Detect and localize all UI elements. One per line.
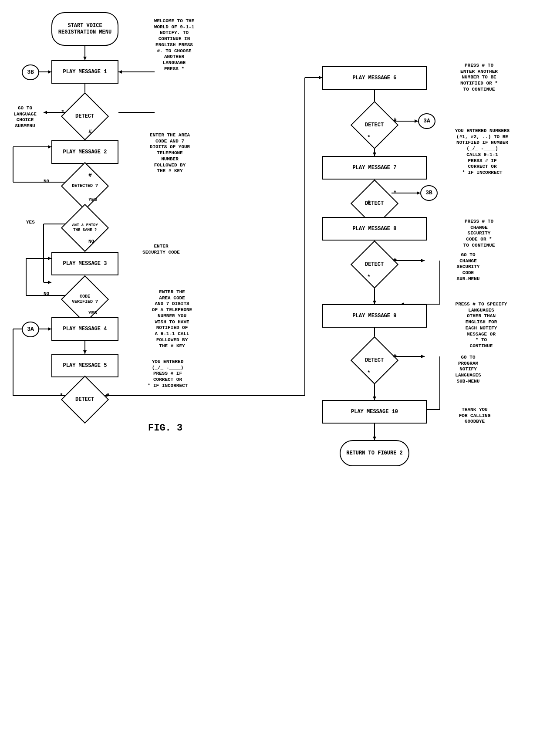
detected-diamond-2: DETECTED ? [61, 162, 109, 210]
press-hash-languages-annotation: PRESS # TO SPECIFY LANGUAGES OTHER THAN … [435, 295, 527, 349]
detect9-hash-label: # [393, 353, 397, 360]
play-message-3: PLAY MESSAGE 3 [51, 252, 118, 275]
detect2-no-label: NO [44, 179, 49, 185]
detect1-hash-label: # [88, 129, 92, 136]
svg-marker-11 [118, 70, 122, 74]
detect-diamond-5: DETECT [61, 376, 109, 424]
enter-area-annotation: ENTER THE AREA CODE AND 7 DIGITS OF YOUR… [126, 126, 213, 174]
detect2-yes-label: YES [88, 197, 97, 203]
play-message-5: PLAY MESSAGE 5 [51, 354, 118, 377]
play-message-10: PLAY MESSAGE 10 [322, 400, 427, 424]
press-hash-notify-annotation: PRESS # TO ENTER ANOTHER NUMBER TO BE NO… [435, 57, 523, 93]
svg-marker-3 [48, 70, 51, 74]
svg-marker-79 [373, 437, 376, 440]
press-hash-security-annotation: PRESS # TO CHANGE SECURITY CODE OR * TO … [435, 213, 523, 249]
enter-security-annotation: ENTER SECURITY CODE [128, 237, 194, 255]
ani-no-label: NO [88, 239, 94, 245]
code-yes-label: YES [88, 310, 97, 316]
detect9-star-label: * [367, 370, 371, 376]
goto-language-annotation: GO TO LANGUAGE CHOICE SUBMENU [4, 99, 46, 129]
ani-yes-label: YES [26, 220, 35, 226]
code-verified-diamond-4: CODE VERIFIED ? [61, 275, 109, 323]
svg-marker-72 [421, 355, 425, 358]
return-to-figure-2: RETURN TO FIGURE 2 [340, 440, 409, 466]
svg-marker-59 [417, 191, 420, 195]
you-entered2-annotation: YOU ENTERED NUMBERS (#1, #2, ..) TO BE N… [435, 122, 529, 176]
svg-marker-32 [48, 257, 51, 260]
circle-3b-left: 3B [22, 64, 39, 80]
detect6-hash-label: # [393, 117, 397, 124]
svg-marker-77 [373, 397, 376, 400]
welcome-annotation: WELCOME TO THE WORLD OF 9-1-1 NOTIFY. TO… [126, 12, 222, 72]
play-message-4: PLAY MESSAGE 4 [51, 317, 118, 341]
diagram-container: START VOICE REGISTRATION MENU 3B PLAY ME… [0, 0, 540, 756]
you-entered1-annotation: YOU ENTERED (_/_ -____) PRESS # IF CORRE… [128, 353, 207, 389]
svg-marker-36 [48, 327, 51, 331]
detect-diamond-8: DETECT [351, 241, 398, 288]
circle-3b-right: 3B [420, 185, 438, 201]
goto-change-security-annotation: GO TO CHANGE SECURITY CODE SUB-MENU [429, 246, 507, 282]
svg-marker-24 [48, 281, 51, 284]
svg-marker-38 [83, 350, 87, 354]
detect2-hash-label: # [88, 172, 92, 179]
svg-marker-1 [83, 57, 87, 60]
detect-diamond-6: DETECT [351, 101, 398, 149]
svg-marker-53 [373, 153, 376, 156]
svg-marker-18 [48, 145, 51, 149]
detect-diamond-9: DETECT [351, 336, 398, 384]
detect5-star-label: * [60, 392, 63, 399]
svg-marker-51 [415, 119, 418, 123]
play-message-9: PLAY MESSAGE 9 [322, 304, 427, 328]
play-message-7: PLAY MESSAGE 7 [322, 156, 427, 180]
detect7-star-label: * [393, 190, 397, 197]
detect8-star-label: * [367, 274, 371, 281]
play-message-2: PLAY MESSAGE 2 [51, 140, 118, 164]
detect6-star-label: * [367, 134, 371, 141]
play-message-1: PLAY MESSAGE 1 [51, 60, 118, 84]
detect1-star-label: * [61, 109, 64, 116]
detect-diamond-1: DETECT [61, 92, 109, 140]
detect7-hash-label: # [367, 200, 371, 207]
ani-entry-diamond-3: ANI & ENTRY THE SAME ? [61, 204, 109, 252]
detect8-hash-label: # [393, 257, 397, 264]
circle-3a-right: 3A [418, 113, 435, 129]
code-no-label: NO [44, 291, 49, 297]
circle-3a-left: 3A [22, 322, 39, 337]
goto-program-notify-annotation: GO TO PROGRAM NOTIFY LANGUAGES SUB-MENU [429, 349, 507, 385]
detect5-hash-label: # [106, 392, 109, 399]
figure-label: FIG. 3 [148, 423, 182, 434]
svg-marker-68 [373, 301, 376, 304]
svg-marker-44 [319, 76, 322, 79]
thank-you-annotation: THANK YOU FOR CALLING GOODBYE [435, 401, 514, 425]
play-message-8: PLAY MESSAGE 8 [322, 217, 427, 241]
start-label: START VOICE REGISTRATION MENU [52, 23, 118, 35]
svg-marker-63 [421, 259, 425, 262]
enter-area2-annotation: ENTER THE AREA CODE AND 7 DIGITS OF A TE… [128, 283, 216, 349]
start-shape: START VOICE REGISTRATION MENU [51, 12, 118, 46]
play-message-6: PLAY MESSAGE 6 [322, 66, 427, 90]
